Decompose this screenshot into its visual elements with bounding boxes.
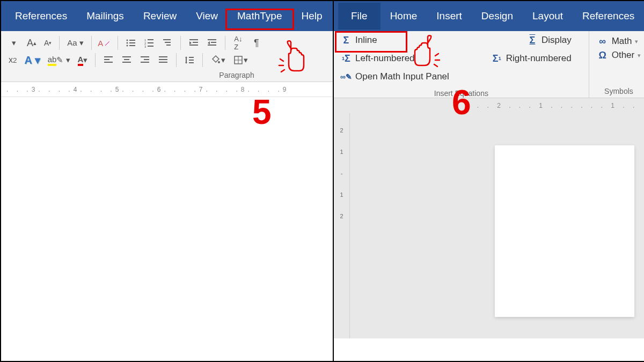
ruler-marks: . . .3. . . .4. . . .5. . . .6. . . .7. … xyxy=(6,86,289,93)
change-case-icon[interactable]: Aa ▾ xyxy=(65,35,86,50)
separator xyxy=(95,53,96,67)
infinity-icon: ∞ xyxy=(597,35,609,47)
show-hide-paragraph-icon[interactable]: ¶ xyxy=(249,35,264,50)
tab-home[interactable]: Home xyxy=(380,3,427,29)
tab-references[interactable]: References xyxy=(5,3,77,29)
svg-rect-20 xyxy=(208,45,216,46)
vruler-mark: - xyxy=(341,170,343,176)
math-symbols-button[interactable]: ∞ Math ▾ xyxy=(597,35,641,47)
separator xyxy=(180,36,181,50)
symbols-group: ∞ Math ▾ Ω Other ▾ Symbols xyxy=(589,31,644,98)
svg-rect-26 xyxy=(122,62,131,63)
vruler-mark: 1 xyxy=(340,191,343,198)
shrink-font-icon[interactable]: A▾ xyxy=(42,35,54,50)
tab-help[interactable]: Help xyxy=(291,3,332,29)
svg-rect-17 xyxy=(189,45,198,46)
svg-point-2 xyxy=(126,42,128,44)
decrease-indent-icon[interactable] xyxy=(186,35,201,50)
separator xyxy=(176,53,177,67)
symbols-group-label: Symbols xyxy=(597,87,641,95)
math-input-icon: ∞✎ xyxy=(340,71,352,83)
svg-rect-21 xyxy=(104,56,113,57)
display-button[interactable]: Σ Display xyxy=(526,34,572,46)
svg-rect-36 xyxy=(189,62,194,63)
highlight-box-mathtype xyxy=(225,9,294,30)
line-spacing-icon[interactable] xyxy=(182,53,197,68)
other-symbols-button[interactable]: Ω Other ▾ xyxy=(597,49,641,61)
document-area-left[interactable] xyxy=(1,97,333,328)
svg-rect-15 xyxy=(189,39,198,40)
svg-rect-28 xyxy=(144,59,149,60)
svg-text:3: 3 xyxy=(144,45,147,48)
svg-point-4 xyxy=(126,45,128,47)
bullets-icon[interactable] xyxy=(123,35,138,50)
clear-formatting-icon[interactable]: A⟋ xyxy=(97,35,112,50)
vruler-mark: 2 xyxy=(340,127,343,134)
align-left-icon[interactable] xyxy=(101,53,116,68)
highlight-icon[interactable]: ab✎ ▾ xyxy=(46,53,72,68)
tab-mailings[interactable]: Mailings xyxy=(77,3,134,29)
font-color-icon[interactable]: A ▾ xyxy=(76,53,90,68)
shading-icon[interactable]: ▾ xyxy=(208,53,228,68)
separator xyxy=(59,36,60,50)
sigma-left-numbered-icon: 1Σ xyxy=(340,53,352,64)
vertical-ruler[interactable]: 2 1 - 1 2 xyxy=(334,113,350,338)
ruler-marks-right: . . 2 . . . 1 . . . . . . 1 . . xyxy=(477,102,638,109)
other-symbols-label: Other xyxy=(612,50,635,61)
svg-point-37 xyxy=(218,61,220,63)
chevron-down-icon: ▾ xyxy=(638,52,641,59)
tab-design[interactable]: Design xyxy=(472,3,523,29)
svg-rect-12 xyxy=(163,39,171,40)
align-right-icon[interactable] xyxy=(137,53,152,68)
left-numbered-label: Left-numbered xyxy=(355,53,415,64)
svg-point-0 xyxy=(126,40,128,41)
separator xyxy=(202,53,203,67)
align-center-icon[interactable] xyxy=(119,53,134,68)
svg-rect-23 xyxy=(104,62,113,63)
svg-rect-1 xyxy=(129,40,135,41)
svg-rect-11 xyxy=(148,46,153,47)
svg-rect-32 xyxy=(159,62,167,63)
svg-rect-14 xyxy=(166,45,171,46)
tab-view[interactable]: View xyxy=(186,3,228,29)
svg-rect-5 xyxy=(129,45,135,46)
separator xyxy=(91,36,92,50)
tab-review[interactable]: Review xyxy=(134,3,186,29)
right-pane: File Home Insert Design Layout Reference… xyxy=(334,1,644,361)
svg-rect-7 xyxy=(148,39,153,40)
text-effects-icon[interactable]: A ▾ xyxy=(22,53,42,68)
subscript-superscript-icon[interactable]: x2 xyxy=(6,53,19,68)
horizontal-ruler-left[interactable]: . . .3. . . .4. . . .5. . . .6. . . .7. … xyxy=(1,82,333,97)
svg-rect-9 xyxy=(148,42,153,43)
grow-font-icon[interactable]: A▴ xyxy=(25,35,39,50)
document-page[interactable] xyxy=(495,145,634,317)
omega-icon: Ω xyxy=(597,49,609,61)
ribbon-tabs-right: File Home Insert Design Layout Reference… xyxy=(334,1,644,31)
svg-rect-33 xyxy=(186,57,187,63)
tab-layout[interactable]: Layout xyxy=(523,3,573,29)
tab-references-right[interactable]: References xyxy=(573,3,644,29)
left-numbered-button[interactable]: 1Σ Left-numbered xyxy=(340,53,415,64)
svg-rect-35 xyxy=(189,60,194,61)
numbering-icon[interactable]: 123 xyxy=(142,35,157,50)
step-number-6: 6 xyxy=(452,83,471,122)
tab-insert[interactable]: Insert xyxy=(427,3,472,29)
tab-file[interactable]: File xyxy=(338,3,380,29)
borders-icon[interactable]: ▾ xyxy=(231,53,250,68)
step-number-5: 5 xyxy=(252,92,272,132)
right-numbered-button[interactable]: Σ1 Right-numbered xyxy=(491,53,572,64)
svg-rect-19 xyxy=(211,42,216,43)
horizontal-ruler-right[interactable]: . . 2 . . . 1 . . . . . . 1 . . xyxy=(334,98,644,113)
svg-rect-27 xyxy=(141,56,149,57)
multilevel-list-icon[interactable] xyxy=(160,35,175,50)
document-area-right: 2 1 - 1 2 xyxy=(334,113,644,338)
vruler-mark: 1 xyxy=(340,149,343,155)
increase-indent-icon[interactable] xyxy=(204,35,219,50)
display-label: Display xyxy=(541,35,572,46)
vruler-mark: 2 xyxy=(340,213,343,219)
sort-icon[interactable]: A↓Z xyxy=(231,35,246,50)
highlight-box-inline xyxy=(335,31,407,53)
justify-icon[interactable] xyxy=(156,53,171,68)
svg-rect-13 xyxy=(165,42,171,43)
font-dropdown-arrow-icon[interactable]: ▾ xyxy=(6,35,21,50)
